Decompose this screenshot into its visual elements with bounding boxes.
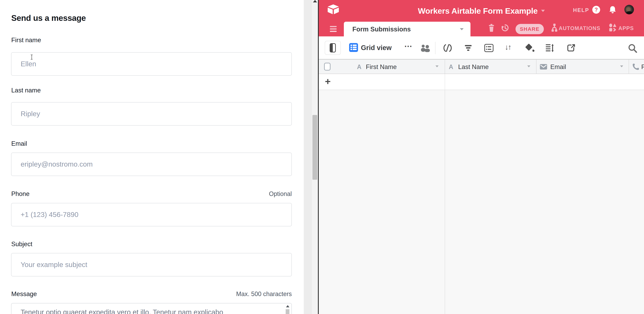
textarea-scrollbar[interactable] bbox=[285, 305, 290, 314]
subject-label: Subject bbox=[11, 240, 32, 248]
table-tab-form-submissions[interactable]: Form Submissions bbox=[344, 22, 470, 37]
column-separator[interactable] bbox=[445, 60, 445, 74]
grid-view-icon[interactable] bbox=[349, 43, 358, 52]
collaborators-icon[interactable] bbox=[420, 44, 431, 53]
airtable-header: Workers Airtable Form Example HELP ? For… bbox=[319, 0, 644, 36]
select-all-checkbox[interactable] bbox=[324, 63, 330, 71]
phone-field-type-icon bbox=[632, 63, 640, 71]
first-name-label: First name bbox=[11, 37, 41, 44]
notifications-bell-icon[interactable] bbox=[609, 6, 616, 14]
view-toolbar: Grid view … ↓↑ bbox=[319, 36, 644, 59]
view-sidebar-toggle-button[interactable] bbox=[325, 41, 341, 55]
text-cursor-icon bbox=[30, 55, 33, 60]
help-question-icon[interactable]: ? bbox=[592, 6, 600, 14]
base-title-caret-icon[interactable] bbox=[541, 10, 545, 12]
filter-icon[interactable] bbox=[464, 45, 472, 52]
fill-color-drop-icon bbox=[532, 49, 534, 52]
apps-button[interactable]: APPS bbox=[618, 25, 634, 32]
add-row-plus-icon[interactable]: + bbox=[325, 76, 331, 87]
group-icon[interactable] bbox=[484, 44, 494, 52]
column-separator[interactable] bbox=[536, 60, 536, 74]
phone-optional-hint: Optional bbox=[269, 190, 292, 197]
help-button[interactable]: HELP bbox=[573, 7, 589, 13]
table-tab-caret-icon bbox=[460, 28, 464, 30]
column-header-last-name[interactable]: Last Name bbox=[458, 63, 489, 71]
last-name-label: Last name bbox=[11, 87, 41, 94]
email-field-type-icon bbox=[540, 64, 547, 70]
contact-form-pane: Send us a message First name Last name E… bbox=[0, 0, 304, 314]
scroll-up-icon[interactable] bbox=[286, 305, 290, 307]
share-button-label: SHARE bbox=[520, 26, 540, 32]
table-tab-label: Form Submissions bbox=[352, 26, 411, 33]
column-caret-icon[interactable] bbox=[436, 66, 438, 67]
column-caret-icon[interactable] bbox=[620, 66, 623, 67]
phone-label: Phone bbox=[11, 190, 30, 197]
apps-icon[interactable] bbox=[609, 24, 617, 32]
column-header-email[interactable]: Email bbox=[550, 63, 566, 71]
column-separator[interactable] bbox=[629, 60, 629, 74]
sidebar-panel-icon bbox=[330, 43, 336, 53]
column-header-first-name[interactable]: First Name bbox=[366, 63, 397, 71]
sort-icon[interactable]: ↓↑ bbox=[505, 43, 511, 52]
table-header-row: A First Name A Last Name Email Phone bbox=[319, 59, 644, 74]
base-title[interactable]: Workers Airtable Form Example bbox=[418, 6, 538, 16]
scrollbar-up-arrow-icon[interactable] bbox=[313, 0, 317, 3]
text-field-type-icon: A bbox=[449, 63, 453, 71]
column-caret-icon[interactable] bbox=[527, 66, 530, 67]
column-separator bbox=[445, 74, 445, 90]
automations-icon[interactable] bbox=[551, 23, 558, 32]
message-label: Message bbox=[11, 290, 37, 297]
row-height-icon[interactable] bbox=[545, 44, 554, 52]
textarea-scrollbar-thumb[interactable] bbox=[286, 309, 290, 314]
page-scrollbar-thumb[interactable] bbox=[312, 115, 317, 180]
email-label: Email bbox=[11, 140, 27, 147]
message-textarea[interactable]: Tenetur optio quaerat expedita vero et i… bbox=[11, 303, 292, 314]
column-header-phone[interactable]: Phone bbox=[641, 63, 644, 71]
last-name-input[interactable] bbox=[11, 102, 292, 126]
history-icon[interactable] bbox=[501, 24, 509, 32]
automations-button[interactable]: AUTOMATIONS bbox=[559, 25, 600, 32]
subject-input[interactable] bbox=[11, 253, 292, 276]
share-view-icon[interactable] bbox=[567, 44, 575, 52]
trash-icon[interactable] bbox=[488, 24, 494, 32]
hide-fields-icon[interactable] bbox=[443, 44, 452, 53]
add-row-row[interactable]: + bbox=[319, 74, 644, 90]
message-maxchars-hint: Max. 500 characters bbox=[236, 290, 292, 297]
share-button[interactable]: SHARE bbox=[516, 24, 544, 34]
airtable-pane: Workers Airtable Form Example HELP ? For… bbox=[318, 0, 644, 314]
toolbar-divider bbox=[435, 42, 436, 54]
search-icon[interactable] bbox=[628, 44, 638, 53]
user-avatar[interactable] bbox=[624, 5, 634, 14]
text-field-type-icon: A bbox=[357, 63, 362, 71]
pane-divider bbox=[304, 0, 318, 314]
form-title: Send us a message bbox=[11, 13, 86, 23]
sidebar-menu-icon[interactable] bbox=[330, 26, 337, 32]
first-name-input[interactable] bbox=[11, 52, 292, 76]
view-options-ellipsis-button[interactable]: … bbox=[404, 40, 412, 49]
fill-color-icon[interactable] bbox=[525, 44, 532, 51]
phone-input[interactable] bbox=[11, 203, 292, 226]
column-separator bbox=[445, 90, 445, 314]
email-input[interactable] bbox=[11, 153, 292, 176]
view-name[interactable]: Grid view bbox=[361, 44, 392, 52]
